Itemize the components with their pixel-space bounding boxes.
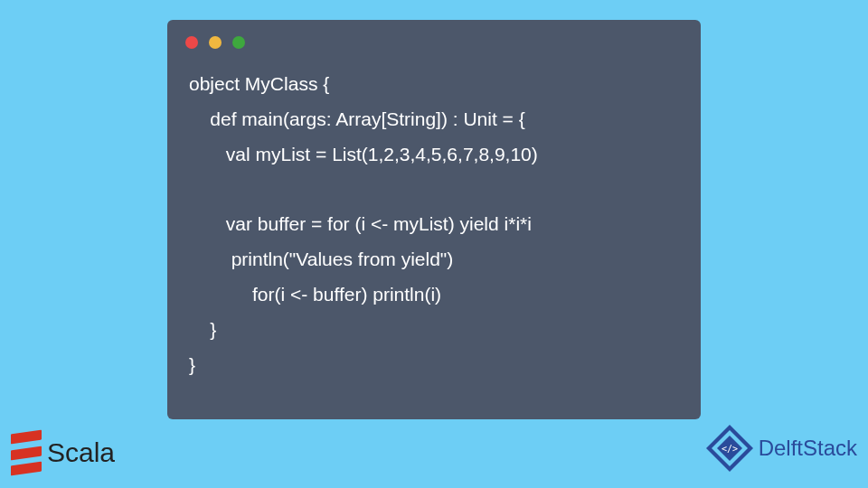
code-content: object MyClass { def main(args: Array[St… [189,67,679,383]
scala-icon [11,430,42,476]
delftstack-logo: </> DelftStack [704,423,857,474]
window-controls [185,36,679,49]
minimize-icon [209,36,222,49]
delftstack-logo-text: DelftStack [759,436,857,461]
delftstack-icon: </> [704,423,755,474]
code-window: object MyClass { def main(args: Array[St… [167,20,701,419]
close-icon [185,36,198,49]
scala-logo-text: Scala [47,437,115,468]
maximize-icon [232,36,245,49]
scala-logo: Scala [11,432,115,474]
svg-text:</>: </> [722,444,738,454]
